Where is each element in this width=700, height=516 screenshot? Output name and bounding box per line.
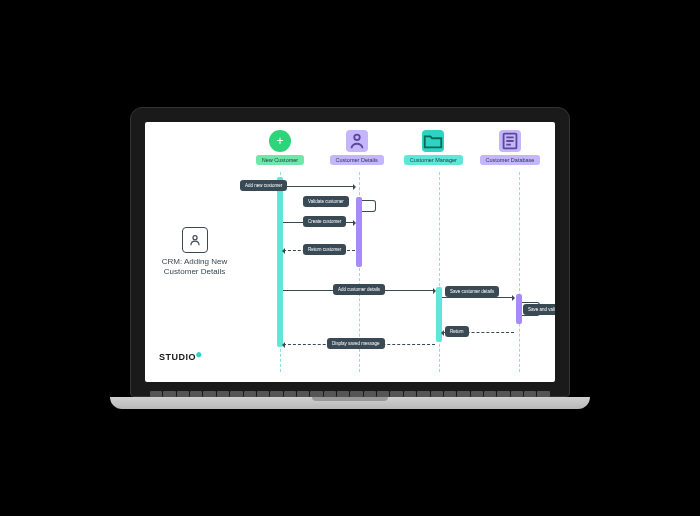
message-label: Return customer — [303, 244, 346, 255]
message-label: Display saved message — [327, 338, 385, 349]
lane-label: Customer Database — [480, 155, 541, 165]
message-label: Add new customer — [240, 180, 287, 191]
lane-customer-database: Customer Database — [475, 130, 545, 165]
self-message-arrow — [362, 200, 376, 212]
list-icon — [499, 130, 521, 152]
laptop-base — [110, 397, 590, 409]
message-label: Validate customer — [303, 196, 349, 207]
person-icon — [346, 130, 368, 152]
diagram-title-block: CRM: Adding New Customer Details — [157, 227, 232, 276]
lane-label: Customer Manager — [404, 155, 463, 165]
folder-icon — [422, 130, 444, 152]
svg-point-0 — [354, 135, 360, 141]
message-label: Save and validate — [523, 304, 555, 315]
lane-customer-details: Customer Details — [322, 130, 392, 165]
svg-point-2 — [192, 236, 196, 240]
plus-icon: + — [269, 130, 291, 152]
swimlane-header-row: + New Customer Customer Details Customer… — [245, 130, 545, 165]
message-label: Save customer details — [445, 286, 499, 297]
lane-new-customer: + New Customer — [245, 130, 315, 165]
activation-bar — [277, 177, 283, 347]
lifeline — [519, 172, 520, 372]
lane-label: Customer Details — [330, 155, 384, 165]
diagram-canvas: + New Customer Customer Details Customer… — [145, 122, 555, 382]
lane-label: New Customer — [256, 155, 304, 165]
lifeline — [439, 172, 440, 372]
message-label: Return — [445, 326, 469, 337]
diagram-title: CRM: Adding New Customer Details — [157, 257, 232, 276]
screen-bezel: + New Customer Customer Details Customer… — [130, 107, 570, 397]
message-label: Add customer details — [333, 284, 385, 295]
message-arrow — [442, 297, 514, 298]
lane-customer-manager: Customer Manager — [398, 130, 468, 165]
brand-logo: STUDIO⬤ — [159, 351, 203, 362]
message-arrow — [283, 186, 355, 187]
person-card-icon — [182, 227, 208, 253]
keyboard-row — [150, 391, 550, 397]
laptop-mockup: + New Customer Customer Details Customer… — [130, 107, 570, 409]
message-label: Create customer — [303, 216, 346, 227]
